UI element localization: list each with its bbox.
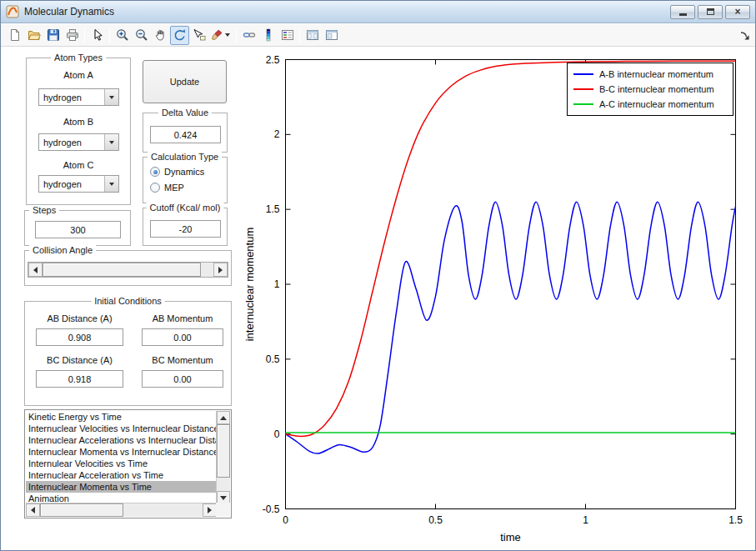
- link-plot-button[interactable]: [239, 26, 258, 45]
- insert-legend-button[interactable]: [278, 26, 297, 45]
- pan-button[interactable]: [151, 26, 170, 45]
- ab-momentum-label: AB Momentum: [142, 313, 223, 323]
- zoom-out-button[interactable]: [132, 26, 151, 45]
- figure-toolbar: [1, 24, 755, 47]
- horizontal-scrollbar[interactable]: [26, 503, 217, 517]
- app-icon: [6, 5, 19, 18]
- rotate-3d-button[interactable]: [170, 26, 189, 45]
- svg-text:-0.5: -0.5: [263, 503, 280, 515]
- slider-thumb[interactable]: [43, 263, 201, 277]
- panel-title: Cutoff (Kcal/ mol): [147, 203, 224, 213]
- list-item[interactable]: Internuclear Velocities vs Internuclear …: [26, 423, 217, 434]
- atom-a-select[interactable]: hydrogen: [38, 88, 119, 106]
- rotate-3d-icon: [173, 28, 187, 42]
- vertical-scrollbar[interactable]: [216, 411, 230, 504]
- chevron-down-icon[interactable]: [225, 33, 230, 37]
- svg-text:0.5: 0.5: [266, 353, 280, 365]
- ab-distance-label: AB Distance (A): [36, 313, 123, 323]
- list-item[interactable]: Internuclear Momenta vs Internuclear Dis…: [26, 446, 217, 458]
- app-window: Molecular Dynamics ×: [0, 0, 756, 551]
- slider-left-arrow[interactable]: [28, 263, 43, 277]
- vertical-scroll-thumb[interactable]: [217, 424, 230, 478]
- cursor-icon: [91, 28, 104, 42]
- dock-figure-button[interactable]: [738, 29, 752, 43]
- page-icon: [8, 28, 22, 42]
- open-file-button[interactable]: [24, 26, 43, 45]
- horizontal-scroll-thumb[interactable]: [40, 503, 123, 517]
- atom-c-label: Atom C: [27, 160, 130, 170]
- zoom-in-button[interactable]: [113, 26, 132, 45]
- panel-title: Initial Conditions: [91, 296, 165, 306]
- maximize-button[interactable]: [698, 5, 723, 19]
- green-line-swatch: [573, 103, 593, 105]
- scroll-up-button[interactable]: [217, 411, 230, 424]
- collision-angle-slider[interactable]: [28, 262, 228, 278]
- list-item[interactable]: Internulear Velocities vs Time: [26, 458, 217, 469]
- save-button[interactable]: [43, 26, 63, 45]
- list-item[interactable]: Kinetic Energy vs Time: [26, 411, 217, 423]
- atom-b-select[interactable]: hydrogen: [38, 133, 119, 151]
- svg-text:0.5: 0.5: [428, 514, 443, 526]
- arrow-right-icon: [208, 507, 212, 513]
- atom-c-dropdown-button[interactable]: [104, 176, 118, 192]
- dynamics-radio[interactable]: Dynamics: [150, 167, 204, 177]
- close-button[interactable]: ×: [725, 5, 750, 19]
- panel-title: Calculation Type: [148, 152, 222, 162]
- cutoff-field[interactable]: [150, 220, 221, 238]
- list-item[interactable]: Internuclear Acceleration vs Time: [26, 469, 217, 481]
- arrow-down-icon: [220, 496, 227, 500]
- link-icon: [243, 28, 256, 42]
- brush-icon: [211, 28, 224, 42]
- delta-value-field[interactable]: [150, 126, 221, 143]
- atom-b-dropdown-button[interactable]: [104, 134, 118, 150]
- bc-momentum-field[interactable]: [142, 370, 223, 388]
- arrow-left-icon: [33, 267, 38, 273]
- arrow-left-icon: [31, 507, 35, 513]
- hand-icon: [154, 28, 168, 42]
- svg-text:1: 1: [274, 278, 280, 290]
- delta-value-panel: Delta Value: [143, 113, 228, 153]
- zoom-in-icon: [116, 28, 129, 42]
- print-button[interactable]: [63, 26, 82, 45]
- atom-a-value: hydrogen: [39, 89, 104, 105]
- collision-angle-panel: Collision Angle: [24, 250, 232, 286]
- panel-title: Atom Types: [51, 53, 106, 63]
- atom-a-dropdown-button[interactable]: [104, 89, 118, 105]
- show-plot-tools-button[interactable]: [322, 26, 341, 45]
- steps-field[interactable]: [35, 221, 121, 238]
- plot-axes[interactable]: 00.511.5-0.500.511.522.5timeinternuclear…: [242, 51, 756, 551]
- atom-a-label: Atom A: [27, 70, 130, 80]
- ab-momentum-field[interactable]: [142, 328, 223, 346]
- scroll-right-button[interactable]: [203, 503, 217, 517]
- close-icon: ×: [734, 7, 740, 17]
- atom-c-select[interactable]: hydrogen: [38, 175, 119, 193]
- hide-plot-tools-button[interactable]: [303, 26, 322, 45]
- mep-radio[interactable]: MEP: [150, 183, 184, 193]
- list-item[interactable]: Internuclear Momenta vs Time: [26, 481, 217, 493]
- edit-plot-button[interactable]: [88, 26, 107, 45]
- atom-c-value: hydrogen: [39, 176, 104, 192]
- plot-legend[interactable]: A-B internuclear momentum B-C internucle…: [567, 63, 733, 116]
- update-button[interactable]: Update: [143, 60, 227, 103]
- scroll-left-button[interactable]: [26, 503, 40, 517]
- insert-colorbar-button[interactable]: [258, 26, 278, 45]
- toolbar-separator: [109, 28, 110, 43]
- bc-distance-field[interactable]: [36, 370, 123, 388]
- arrow-right-icon: [218, 267, 223, 273]
- brush-button[interactable]: [208, 26, 233, 45]
- toolbar-separator: [84, 28, 85, 43]
- slider-right-arrow[interactable]: [213, 263, 228, 277]
- title-bar[interactable]: Molecular Dynamics ×: [1, 1, 755, 23]
- legend-icon: [281, 28, 294, 42]
- ab-distance-field[interactable]: [36, 328, 123, 346]
- momentum-plot[interactable]: 00.511.5-0.500.511.522.5timeinternuclear…: [242, 51, 756, 551]
- svg-text:1.5: 1.5: [728, 514, 743, 526]
- new-figure-button[interactable]: [5, 26, 24, 45]
- dynamics-radio-label: Dynamics: [164, 167, 204, 177]
- chevron-down-icon: [109, 96, 114, 99]
- colorbar-icon: [262, 28, 275, 42]
- data-cursor-button[interactable]: [189, 26, 208, 45]
- list-item[interactable]: Internuclear Accelerations vs Internucle…: [26, 434, 217, 446]
- svg-text:2.5: 2.5: [266, 54, 280, 66]
- minimize-button[interactable]: [670, 5, 695, 19]
